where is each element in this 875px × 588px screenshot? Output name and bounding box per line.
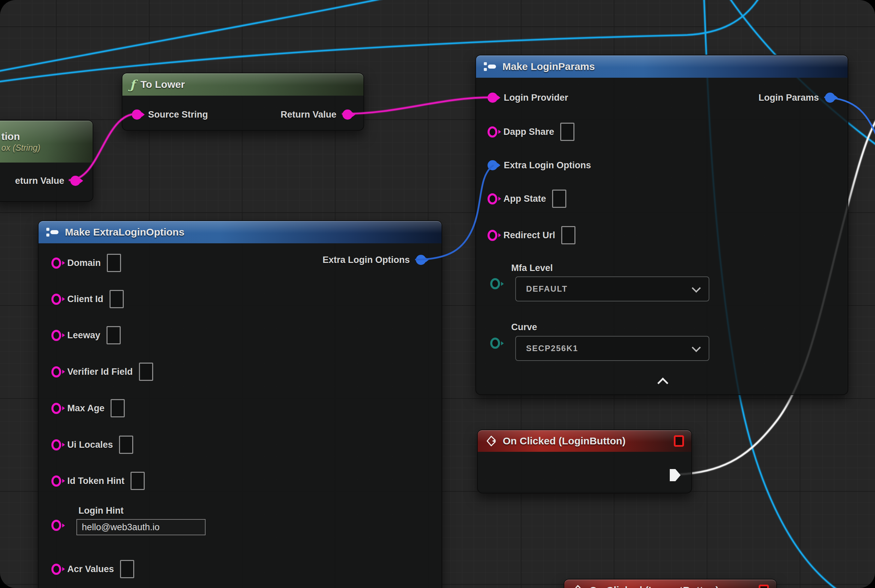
max-age-pin[interactable]	[51, 403, 61, 414]
login-provider-pin[interactable]	[487, 93, 498, 103]
client-id-checkbox[interactable]	[110, 290, 124, 308]
chevron-down-icon	[692, 284, 701, 292]
pin-row-acr-values: Acr Values	[51, 559, 134, 579]
pin-label: App State	[504, 194, 546, 204]
pin-label: Extra Login Options	[323, 255, 410, 265]
pin-row-return-value-partial: eturn Value	[15, 171, 80, 191]
leeway-pin[interactable]	[51, 330, 61, 341]
ui-locales-pin[interactable]	[51, 439, 61, 450]
make-extra-login-options-header: Make ExtraLoginOptions	[39, 221, 442, 243]
node-to-lower[interactable]: ƒ To Lower Source String Return Value	[122, 73, 364, 131]
app-state-pin[interactable]	[487, 193, 497, 204]
pin-label: Leeway	[67, 330, 101, 340]
pin-row-login-provider: Login Provider	[487, 87, 568, 108]
function-icon: ƒ	[130, 78, 135, 91]
login-params-output-pin[interactable]	[825, 93, 835, 103]
curve-dropdown[interactable]: SECP256K1	[515, 336, 709, 361]
curve-label: Curve	[511, 322, 537, 333]
blueprint-graph-canvas[interactable]: tion ox (String) eturn Value ƒ To Lower …	[0, 0, 875, 588]
domain-checkbox[interactable]	[107, 254, 121, 272]
make-login-params-title: Make LoginParams	[502, 61, 595, 72]
pin-label: Extra Login Options	[504, 160, 591, 171]
pin-row-leeway: Leeway	[51, 325, 121, 345]
screenshot-frame: tion ox (String) eturn Value ƒ To Lower …	[0, 0, 875, 588]
on-clicked-logout-title: On Clicked (LogoutButton)	[589, 585, 719, 588]
redirect-url-checkbox[interactable]	[561, 226, 576, 244]
pin-row-redirect-url: Redirect Url	[487, 225, 576, 245]
pin-label: Verifier Id Field	[67, 367, 133, 377]
pin-row-login-params-out: Login Params	[758, 87, 835, 108]
pin-row-verifier-id-field: Verifier Id Field	[51, 362, 153, 382]
pin-label: Max Age	[67, 403, 104, 414]
event-bind-red-icon	[674, 435, 684, 447]
ui-locales-checkbox[interactable]	[119, 436, 133, 454]
dapp-share-pin[interactable]	[487, 126, 497, 138]
pin-label: Id Token Hint	[67, 476, 125, 486]
client-id-pin[interactable]	[51, 294, 61, 305]
pin-row-dapp-share: Dapp Share	[487, 122, 574, 142]
node-on-clicked-logout-button[interactable]: On Clicked (LogoutButton)	[564, 579, 777, 588]
pin-label: Acr Values	[67, 564, 114, 574]
login-hint-pin[interactable]	[51, 520, 61, 531]
pin-label: Client Id	[67, 294, 104, 304]
make-extra-login-options-title: Make ExtraLoginOptions	[65, 226, 184, 238]
login-hint-label: Login Hint	[78, 506, 123, 516]
make-struct-icon	[46, 227, 60, 237]
id-token-hint-checkbox[interactable]	[131, 472, 145, 490]
event-icon	[572, 584, 584, 588]
chevron-down-icon	[692, 343, 701, 352]
pin-row-id-token-hint: Id Token Hint	[51, 471, 145, 491]
pin-label: Dapp Share	[504, 127, 554, 137]
domain-pin[interactable]	[51, 258, 61, 268]
pin-label: eturn Value	[15, 176, 64, 186]
redirect-url-pin[interactable]	[487, 230, 497, 241]
pin-label: Source String	[148, 110, 208, 120]
pin-label: Login Provider	[504, 93, 568, 103]
verifier-id-field-pin[interactable]	[51, 366, 61, 378]
partial-function-title: tion	[2, 131, 20, 142]
pin-label: Login Params	[758, 93, 819, 103]
acr-values-checkbox[interactable]	[120, 560, 134, 578]
make-struct-icon	[484, 62, 497, 72]
mfa-level-dropdown[interactable]: DEFAULT	[515, 276, 709, 302]
node-partial-function[interactable]: tion ox (String) eturn Value	[0, 120, 93, 202]
login-hint-input[interactable]: hello@web3auth.io	[77, 519, 206, 535]
pin-row-domain: Domain	[51, 253, 121, 273]
mfa-level-label: Mfa Level	[511, 263, 553, 273]
acr-values-pin[interactable]	[51, 564, 61, 575]
pin-label: Ui Locales	[67, 440, 113, 450]
node-make-login-params[interactable]: Make LoginParams Login Params Login Prov…	[475, 55, 848, 395]
collapse-node-button[interactable]	[657, 378, 668, 388]
return-value-pin[interactable]	[70, 176, 80, 186]
curve-pin[interactable]	[490, 338, 500, 349]
curve-value: SECP256K1	[526, 344, 578, 353]
id-token-hint-pin[interactable]	[51, 476, 61, 487]
leeway-checkbox[interactable]	[107, 326, 121, 344]
event-bind-red-icon	[759, 585, 769, 588]
mfa-level-pin[interactable]	[490, 278, 500, 289]
extra-login-options-input-pin[interactable]	[487, 160, 498, 170]
source-string-pin[interactable]	[132, 110, 142, 120]
dapp-share-checkbox[interactable]	[560, 123, 574, 141]
max-age-checkbox[interactable]	[111, 399, 125, 417]
exec-output-pin[interactable]	[670, 469, 681, 481]
node-make-extra-login-options[interactable]: Make ExtraLoginOptions Extra Login Optio…	[38, 220, 442, 588]
mfa-level-value: DEFAULT	[526, 284, 568, 294]
return-value-pin[interactable]	[343, 110, 353, 120]
app-state-checkbox[interactable]	[552, 190, 566, 208]
make-login-params-header: Make LoginParams	[476, 56, 848, 78]
pin-row-ui-locales: Ui Locales	[51, 435, 133, 455]
partial-function-header: tion ox (String)	[0, 121, 93, 162]
pin-row-client-id: Client Id	[51, 289, 124, 309]
on-clicked-logout-header: On Clicked (LogoutButton)	[564, 579, 776, 588]
pin-row-extra-login-options-out: Extra Login Options	[323, 250, 426, 270]
pin-row-app-state: App State	[487, 189, 566, 209]
to-lower-header: ƒ To Lower	[122, 74, 364, 96]
node-on-clicked-login-button[interactable]: On Clicked (LoginButton)	[477, 429, 692, 494]
partial-function-subtitle: ox (String)	[2, 143, 40, 153]
on-clicked-login-title: On Clicked (LoginButton)	[503, 435, 625, 447]
extra-login-options-output-pin[interactable]	[416, 255, 426, 265]
pin-row-source-string: Source String	[132, 104, 208, 125]
verifier-id-field-checkbox[interactable]	[139, 363, 153, 381]
pin-row-extra-login-options-in: Extra Login Options	[487, 155, 591, 176]
